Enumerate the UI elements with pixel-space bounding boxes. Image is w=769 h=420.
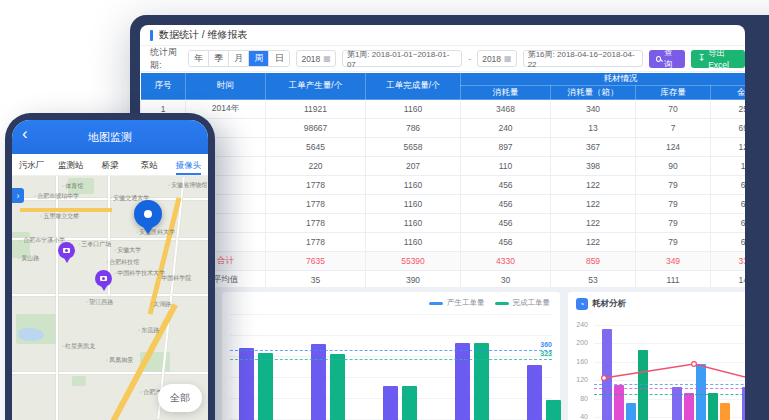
cell-value: 3468 — [461, 100, 551, 119]
map-poi-label: 五里墩立交桥 — [40, 212, 79, 221]
reference-label: 360 — [540, 341, 552, 348]
query-button[interactable]: 查询 — [649, 50, 685, 68]
bar-completed[interactable] — [402, 386, 417, 420]
map-road — [12, 294, 208, 296]
bar-completed[interactable] — [258, 353, 273, 420]
reference-line — [230, 359, 552, 360]
chart-title: 耗材分析 — [592, 298, 626, 310]
table-row[interactable]: 42202071103989019 — [141, 157, 746, 176]
table-row[interactable]: 356455658897367124125 — [141, 138, 746, 157]
cell-value: 11921 — [266, 100, 366, 119]
map-canvas[interactable]: 体育馆合肥市琥珀中学安徽交通大学安徽省博物馆五里墩立交桥安徽医科大学合肥市宁溪小… — [12, 176, 208, 420]
column-group-header: 耗材情况 — [461, 73, 746, 86]
period-segmented-control: 年季月周日 — [188, 50, 290, 67]
phone-page-title: 地图监测 — [88, 130, 132, 145]
cell-value: 207 — [366, 157, 461, 176]
dashboard-screen: 数据统计 / 维修报表 统计周期: 年季月周日 2018 ▦ 第1周: 2018… — [140, 25, 745, 420]
legend-label: 产生工单量 — [447, 298, 485, 308]
composite-screenshot: 数据统计 / 维修报表 统计周期: 年季月周日 2018 ▦ 第1周: 2018… — [0, 0, 769, 420]
marker-dot — [144, 210, 152, 218]
cell-value: 79 — [636, 176, 711, 195]
show-all-button[interactable]: 全部 — [158, 384, 202, 412]
cell-value: 220 — [266, 157, 366, 176]
map-park — [72, 376, 86, 386]
cell-value: 79 — [636, 214, 711, 233]
legend-item: 完成工单量 — [495, 298, 551, 308]
bar-completed[interactable] — [330, 354, 345, 420]
legend-swatch — [429, 302, 443, 305]
phone-tab-摄像头[interactable]: 摄像头 — [169, 154, 208, 175]
end-year-select[interactable]: 2018 ▦ — [477, 50, 516, 67]
map-expander-button[interactable]: › — [12, 188, 24, 203]
column-header: 时间 — [186, 73, 266, 100]
cell-value: 456 — [461, 195, 551, 214]
line-point-marker — [692, 362, 697, 367]
period-option-月[interactable]: 月 — [229, 51, 249, 66]
table-row[interactable]: 5177811604561227967 — [141, 176, 746, 195]
end-year-value: 2018 — [482, 54, 501, 64]
cell-value: 55390 — [366, 252, 461, 271]
cell-value: 456 — [461, 214, 551, 233]
workorder-chart-card: 产生工单量完成工单量360323 — [222, 292, 560, 420]
bar-completed[interactable] — [474, 343, 489, 420]
period-option-年[interactable]: 年 — [189, 51, 209, 66]
map-poi-label: 望江西路 — [86, 298, 113, 307]
table-row[interactable]: 298667786240137690 — [141, 119, 746, 138]
map-poi-label: 安徽医科大学 — [136, 228, 175, 237]
phone-tab-桥梁[interactable]: 桥梁 — [90, 154, 129, 175]
export-excel-button[interactable]: ↧ 导出Excel — [691, 50, 745, 68]
cell-value: 456 — [461, 233, 551, 252]
bar-completed[interactable] — [546, 400, 561, 420]
cell-value: 122 — [551, 195, 636, 214]
cell-value: 125 — [711, 138, 746, 157]
cell-value: 1778 — [266, 233, 366, 252]
table-row[interactable]: 7177811604561227967 — [141, 214, 746, 233]
line-point-marker — [602, 376, 607, 381]
selected-camera-marker[interactable] — [134, 200, 162, 228]
consumables-chart-card: ◔耗材分析2402001601208040 — [568, 292, 745, 420]
cell-value: 250 — [711, 100, 746, 119]
y-axis-tick: 80 — [570, 395, 588, 402]
cell-value: 79 — [636, 233, 711, 252]
table-row[interactable]: 8177811604561227967 — [141, 233, 746, 252]
chart-header: ◔耗材分析 — [576, 298, 626, 310]
phone-tab-污水厂[interactable]: 污水厂 — [12, 154, 51, 175]
table-row[interactable]: 6177811604561227967 — [141, 195, 746, 214]
period-option-日[interactable]: 日 — [269, 51, 289, 66]
cell-value: 367 — [551, 138, 636, 157]
camera-marker[interactable] — [95, 270, 112, 287]
reference-line — [230, 350, 552, 351]
bar-produced[interactable] — [311, 344, 326, 420]
camera-marker[interactable] — [58, 242, 75, 259]
map-poi-label: 合肥市宁溪小学 — [20, 236, 65, 245]
back-icon[interactable]: ‹ — [22, 124, 28, 144]
phone-tab-监测站[interactable]: 监测站 — [51, 154, 90, 175]
y-axis-tick: 120 — [570, 376, 588, 383]
gridline — [230, 377, 552, 378]
period-option-周[interactable]: 周 — [249, 51, 269, 66]
start-year-select[interactable]: 2018 ▦ — [296, 50, 335, 67]
cell-value: 5658 — [366, 138, 461, 157]
period-option-季[interactable]: 季 — [209, 51, 229, 66]
table-row[interactable]: 12014年119211160346834070250 — [141, 100, 746, 119]
sub-column-header: 消耗量 — [461, 86, 551, 100]
gridline — [230, 335, 552, 336]
phone-header: ‹ 地图监测 — [12, 120, 208, 154]
end-week-input[interactable]: 第16周: 2018-04-16~2018-04-22 — [523, 50, 643, 67]
cell-value: 67 — [711, 195, 746, 214]
column-header: 工单产生量/个 — [266, 73, 366, 100]
bar-produced[interactable] — [383, 386, 398, 420]
cell-value: 456 — [461, 176, 551, 195]
bar-produced[interactable] — [455, 343, 470, 420]
cell-value: 110 — [461, 157, 551, 176]
phone-tab-泵站[interactable]: 泵站 — [130, 154, 169, 175]
map-poi-label: 合肥市琥珀中学 — [34, 192, 79, 201]
filter-bar: 统计周期: 年季月周日 2018 ▦ 第1周: 2018-01-01~2018-… — [140, 46, 745, 72]
cell-value: 98667 — [266, 119, 366, 138]
cell-value: 13 — [551, 119, 636, 138]
download-icon: ↧ — [698, 54, 706, 63]
bar-produced[interactable] — [527, 365, 542, 420]
start-week-input[interactable]: 第1周: 2018-01-01~2018-01-07 — [342, 50, 462, 67]
gridline — [230, 314, 552, 315]
sub-column-header: 金额 — [711, 86, 746, 100]
